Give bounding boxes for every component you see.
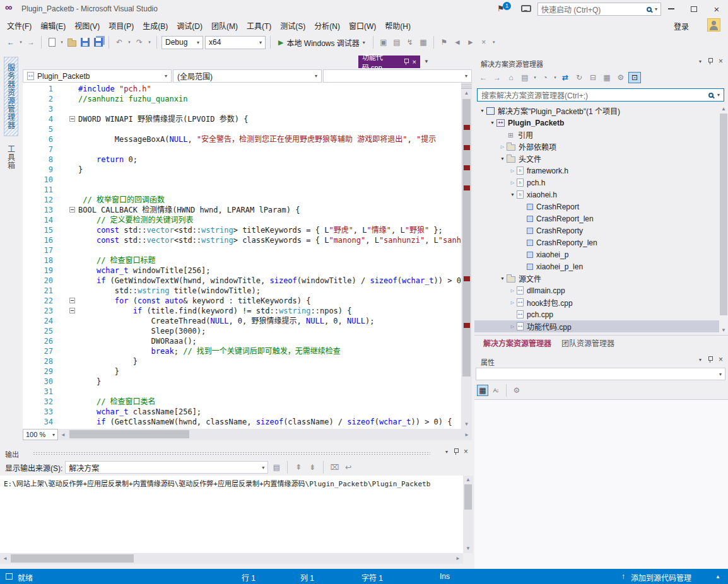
preview-selected-items-icon[interactable]: ⊡ bbox=[628, 72, 641, 83]
menu-item[interactable]: 项目(P) bbox=[104, 18, 138, 33]
navigate-backward-button[interactable]: ← bbox=[5, 37, 16, 48]
redo-button[interactable]: ↷ bbox=[134, 37, 145, 48]
sync-with-active-document-icon[interactable]: ⇄ bbox=[559, 72, 572, 83]
menu-item[interactable]: 窗口(W) bbox=[344, 18, 380, 33]
code-line[interactable] bbox=[78, 144, 461, 155]
editor-zoom-select[interactable]: 100 % ▾ bbox=[23, 429, 58, 440]
project-scope-select[interactable]: ++ Plugin_Packetb ▾ bbox=[23, 69, 172, 83]
tree-item[interactable]: CrashReporty bbox=[474, 225, 723, 237]
chevron-down-icon[interactable]: ▾ bbox=[553, 75, 558, 80]
code-line[interactable]: } bbox=[78, 356, 461, 366]
minimize-button[interactable] bbox=[660, 0, 683, 18]
status-character[interactable]: 字符 1 bbox=[361, 572, 383, 583]
save-all-button[interactable] bbox=[93, 37, 104, 48]
code-line[interactable]: DWORD WINAPI 野狼情缘提示(LPVOID 参数) { bbox=[78, 114, 461, 124]
scrollbar-thumb[interactable] bbox=[462, 99, 471, 377]
collapsed-arrow-icon[interactable]: ▷ bbox=[508, 180, 517, 185]
menu-item[interactable]: 团队(M) bbox=[207, 18, 242, 33]
code-line[interactable]: Sleep(3000); bbox=[78, 326, 461, 336]
pin-icon[interactable] bbox=[707, 58, 713, 64]
menu-item[interactable]: 分析(N) bbox=[310, 18, 344, 33]
code-line[interactable]: } bbox=[78, 377, 461, 387]
code-line[interactable] bbox=[78, 245, 461, 255]
member-scope-select[interactable]: ▾ bbox=[323, 69, 472, 83]
output-text-area[interactable]: E:\网站上架\驱动反作弊+应用层反录制+内置情缘源码\驱动反作弊+应用层反录制… bbox=[0, 476, 463, 553]
scrollbar-thumb[interactable] bbox=[720, 114, 727, 315]
goto-message-icon[interactable]: ▤ bbox=[271, 462, 282, 473]
navigate-backward-chevron-icon[interactable]: ▾ bbox=[18, 40, 23, 45]
property-pages-icon[interactable]: ⚙ bbox=[511, 385, 522, 396]
code-line[interactable]: // 检查窗口标题 bbox=[78, 255, 461, 266]
splitter-grip[interactable] bbox=[461, 83, 472, 89]
close-icon[interactable]: × bbox=[413, 58, 416, 66]
tree-item[interactable]: ▷++dllmain.cpp bbox=[474, 284, 723, 296]
output-source-select[interactable]: 解决方案 ▾ bbox=[65, 461, 268, 474]
code-line[interactable] bbox=[78, 387, 461, 397]
solution-explorer-search-input[interactable]: 搜索解决方案资源管理器(Ctrl+;) ▾ bbox=[477, 88, 724, 102]
close-button[interactable]: × bbox=[705, 0, 728, 18]
alphabetical-sort-icon[interactable]: A↓ bbox=[490, 385, 502, 396]
code-line[interactable]: if (title.find(keyword) != std::wstring:… bbox=[78, 306, 461, 316]
sign-in-link[interactable]: 登录 bbox=[674, 21, 689, 32]
start-debugging-button[interactable]: ▶ 本地 Windows 调试器 ▾ bbox=[275, 37, 368, 48]
code-line[interactable]: std::wstring bbox=[78, 427, 461, 428]
code-line[interactable]: // 定义要检测的关键词列表 bbox=[78, 215, 461, 225]
code-line[interactable]: // 枚举窗口的回调函数 bbox=[78, 195, 461, 205]
code-line[interactable]: if (GetClassNameW(hwnd, className, sizeo… bbox=[78, 417, 461, 427]
new-file-button[interactable] bbox=[46, 37, 57, 48]
code-line[interactable]: const std::vector<std::wstring> titleKey… bbox=[78, 225, 461, 235]
solution-platform-select[interactable]: x64 ▾ bbox=[205, 36, 266, 49]
menu-item[interactable]: 生成(B) bbox=[138, 18, 172, 33]
toolbar-icon[interactable]: ▦ bbox=[418, 37, 429, 48]
tree-item[interactable]: CrashReport_len bbox=[474, 213, 723, 225]
code-line[interactable] bbox=[78, 124, 461, 134]
window-position-chevron-icon[interactable]: ▾ bbox=[445, 449, 448, 455]
code-line[interactable]: BOOL CALLBACK 检测情缘(HWND hwnd, LPARAM lPa… bbox=[78, 205, 461, 215]
notifications-flag-icon[interactable]: ⚑1 bbox=[497, 4, 505, 13]
properties-icon[interactable]: ⚙ bbox=[614, 72, 627, 83]
expanded-arrow-icon[interactable]: ▼ bbox=[488, 120, 496, 125]
type-scope-select[interactable]: (全局范围) ▾ bbox=[173, 69, 322, 83]
tree-item[interactable]: ▷++功能代码.cpp bbox=[474, 320, 723, 332]
forward-icon[interactable]: → bbox=[491, 72, 503, 83]
code-line[interactable]: return 0; bbox=[78, 155, 461, 165]
add-to-source-control-button[interactable]: 添加到源代码管理 bbox=[631, 572, 691, 583]
quick-launch-input[interactable]: 快速启动 (Ctrl+Q) ▾ bbox=[537, 3, 661, 16]
editor-vertical-scrollbar[interactable]: ▲ ▼ bbox=[461, 83, 472, 429]
code-line[interactable]: MessageBoxA(NULL, "安全警告，检测到您正在使用野虎野狼等辅助 … bbox=[78, 134, 461, 144]
pin-icon[interactable] bbox=[403, 59, 408, 65]
menu-item[interactable]: 文件(F) bbox=[3, 18, 36, 33]
tool-window-tab[interactable]: 服务器资源管理器 bbox=[4, 57, 18, 136]
home-icon[interactable]: ⌂ bbox=[505, 72, 517, 83]
code-line[interactable]: DWORaaa(); bbox=[78, 336, 461, 346]
scroll-right-icon[interactable]: ► bbox=[453, 556, 463, 561]
tree-item[interactable]: ▼解决方案"Plugin_Packetb"(1 个项目) bbox=[474, 105, 723, 117]
scroll-down-icon[interactable]: ▼ bbox=[719, 326, 728, 335]
collapsed-arrow-icon[interactable]: ▷ bbox=[508, 288, 517, 293]
next-message-icon[interactable]: ⇟ bbox=[307, 462, 318, 473]
feedback-icon[interactable] bbox=[521, 5, 531, 12]
categorized-icon[interactable]: ▦ bbox=[477, 385, 488, 396]
collapsed-arrow-icon[interactable]: ▷ bbox=[508, 300, 517, 305]
chevron-up-icon[interactable]: ▲ bbox=[715, 574, 720, 580]
tree-vertical-scrollbar[interactable]: ▲ ▼ bbox=[719, 105, 728, 335]
code-line[interactable] bbox=[78, 185, 461, 195]
maximize-button[interactable] bbox=[683, 0, 705, 18]
code-line[interactable]: break; // 找到一个关键词后即可触发，无需继续检查 bbox=[78, 346, 461, 356]
output-vertical-scrollbar[interactable]: ▲ ▼ bbox=[463, 476, 473, 553]
new-file-chevron-icon[interactable]: ▾ bbox=[59, 40, 64, 45]
menu-item[interactable]: 编辑(E) bbox=[36, 18, 70, 33]
expanded-arrow-icon[interactable]: ▼ bbox=[498, 276, 507, 281]
collapsed-arrow-icon[interactable]: ▷ bbox=[508, 324, 517, 329]
clear-all-icon[interactable]: ⌧ bbox=[329, 462, 340, 473]
navigate-forward-button[interactable]: → bbox=[25, 37, 37, 48]
menu-item[interactable]: 工具(T) bbox=[242, 18, 276, 33]
toolbar-icon[interactable]: ▤ bbox=[391, 37, 402, 48]
code-line[interactable]: const std::vector<std::wstring> classKey… bbox=[78, 235, 461, 245]
collapse-all-icon[interactable]: ⊟ bbox=[587, 72, 599, 83]
next-bookmark-icon[interactable]: ► bbox=[465, 37, 476, 48]
scroll-up-icon[interactable]: ▲ bbox=[461, 89, 472, 98]
close-icon[interactable]: × bbox=[464, 447, 468, 456]
previous-message-icon[interactable]: ⇞ bbox=[293, 462, 304, 473]
fold-collapse-box[interactable] bbox=[69, 207, 75, 213]
